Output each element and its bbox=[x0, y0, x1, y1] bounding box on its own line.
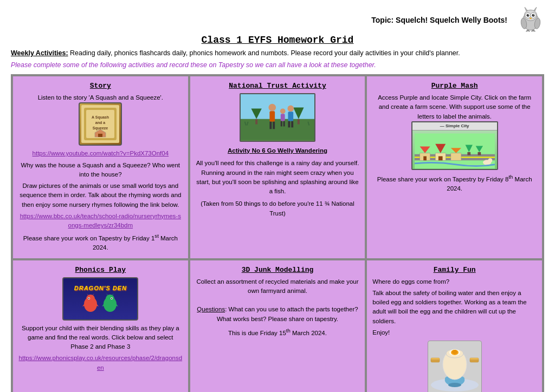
svg-rect-41 bbox=[288, 112, 293, 121]
svg-rect-37 bbox=[281, 114, 285, 121]
homework-grid: Story Listen to the story 'A Squash and … bbox=[11, 74, 544, 392]
svg-marker-77 bbox=[112, 293, 114, 296]
weekly-activities-label: Weekly Activities: bbox=[11, 49, 68, 57]
svg-point-87 bbox=[452, 350, 457, 354]
ff-question: Where do eggs come from? bbox=[372, 277, 537, 286]
junk-modelling-title: 3D Junk Modelling bbox=[196, 266, 360, 274]
bbc-link[interactable]: https://www.bbc.co.uk/teach/school-radio… bbox=[18, 212, 183, 231]
owl-icon bbox=[517, 5, 544, 32]
weekly-activities: Weekly Activities: Reading daily, phonic… bbox=[11, 49, 544, 58]
svg-rect-38 bbox=[281, 121, 282, 127]
jm-questions: Questions: What can you use to attach th… bbox=[196, 305, 360, 324]
svg-rect-25 bbox=[98, 134, 102, 137]
nt-subtitle: Activity No 6 Go Welly Wandering bbox=[196, 146, 360, 155]
svg-point-73 bbox=[106, 295, 114, 303]
svg-rect-59 bbox=[467, 152, 470, 155]
ff-enjoy: Enjoy! bbox=[372, 328, 537, 337]
svg-rect-35 bbox=[273, 122, 275, 129]
pm-instructions: Access Purple and locate Simple City. Cl… bbox=[372, 93, 537, 121]
svg-point-40 bbox=[287, 106, 294, 112]
story-instructions: Draw pictures of the animals or use smal… bbox=[18, 181, 183, 210]
svg-rect-27 bbox=[241, 119, 314, 140]
svg-rect-42 bbox=[288, 121, 290, 128]
tapestry-note: Please complete some of the following ac… bbox=[11, 61, 544, 70]
pm-tapestry: Please share your work on Tapestry by Fr… bbox=[372, 173, 537, 193]
junk-modelling-cell: 3D Junk Modelling Collect an assortment … bbox=[189, 259, 366, 392]
dragons-den-image: DRAGON'S DEN bbox=[62, 277, 138, 321]
svg-rect-57 bbox=[450, 153, 461, 160]
svg-point-32 bbox=[268, 104, 276, 112]
svg-marker-76 bbox=[106, 293, 108, 296]
family-fun-title: Family Fun bbox=[372, 266, 537, 274]
svg-point-7 bbox=[532, 14, 535, 17]
svg-point-67 bbox=[88, 298, 89, 299]
svg-point-65 bbox=[86, 295, 95, 303]
red-dragon-icon bbox=[82, 293, 99, 313]
national-trust-body: Activity No 6 Go Welly Wandering All you… bbox=[196, 146, 360, 218]
nt-source: (Taken from 50 things to do before you'r… bbox=[196, 199, 360, 218]
nature-image bbox=[240, 93, 315, 142]
junk-modelling-body: Collect an assortment of recycled materi… bbox=[196, 277, 360, 338]
svg-marker-69 bbox=[92, 293, 94, 296]
pp-description: Support your child with their blending s… bbox=[18, 324, 183, 352]
egg-illustration bbox=[429, 342, 481, 392]
svg-point-82 bbox=[448, 383, 461, 387]
family-fun-cell: Family Fun Where do eggs come from? Talk… bbox=[366, 259, 543, 392]
family-fun-body: Where do eggs come from? Talk about the … bbox=[372, 277, 537, 392]
story-body: Listen to the story 'A Squash and a Sque… bbox=[18, 93, 183, 253]
phonics-play-title: Phonics Play bbox=[18, 266, 183, 274]
phonics-play-cell: Phonics Play DRAGON'S DEN bbox=[12, 259, 189, 392]
nature-illustration bbox=[241, 93, 314, 141]
dd-title: DRAGON'S DEN bbox=[74, 285, 127, 291]
ff-instructions: Talk about the safety of boiling water a… bbox=[372, 289, 537, 326]
phonics-play-body: Support your child with their blending s… bbox=[18, 324, 183, 373]
jm-instructions: Collect an assortment of recycled materi… bbox=[196, 277, 360, 296]
story-tapestry: Please share your work on Tapestry by Fr… bbox=[18, 232, 183, 252]
purple-mash-title: Purple Mash bbox=[372, 82, 537, 90]
svg-rect-52 bbox=[423, 156, 427, 160]
svg-rect-91 bbox=[470, 358, 479, 360]
simple-city-image: — Simple City bbox=[411, 121, 498, 170]
svg-point-63 bbox=[488, 158, 492, 162]
weekly-activities-text: Reading daily, phonics flashcards daily,… bbox=[68, 49, 460, 57]
svg-rect-29 bbox=[255, 119, 257, 125]
header-area: Topic: Squelch! Squelch Welly Boots! bbox=[11, 5, 544, 32]
green-dragon-icon bbox=[102, 293, 118, 313]
national-trust-title: National Trust Activity bbox=[196, 82, 360, 90]
simple-city-label: — Simple City bbox=[412, 122, 497, 130]
jm-due: This is due Friday 15th March 2024. bbox=[196, 327, 360, 338]
phonics-link[interactable]: https://www.phonicsplay.co.uk/resources/… bbox=[18, 354, 183, 373]
topic-title: Topic: Squelch! Squelch Welly Boots! bbox=[371, 16, 507, 24]
svg-marker-2 bbox=[525, 7, 527, 11]
svg-rect-55 bbox=[438, 156, 443, 160]
svg-text:and a: and a bbox=[95, 121, 105, 125]
egg-image bbox=[428, 341, 482, 392]
svg-rect-89 bbox=[431, 358, 440, 360]
svg-point-8 bbox=[528, 15, 529, 16]
story-title: Story bbox=[18, 82, 183, 90]
svg-rect-26 bbox=[241, 93, 314, 119]
purple-mash-body: Access Purple and locate Simple City. Cl… bbox=[372, 93, 537, 193]
city-scene bbox=[412, 130, 497, 170]
svg-rect-39 bbox=[283, 121, 285, 127]
story-cell: Story Listen to the story 'A Squash and … bbox=[12, 75, 189, 259]
purple-mash-cell: Purple Mash Access Purple and locate Sim… bbox=[366, 75, 543, 259]
page-title: Class 1 EYFS Homework Grid bbox=[11, 35, 544, 45]
svg-marker-68 bbox=[87, 293, 89, 296]
svg-text:A Squash: A Squash bbox=[92, 115, 109, 120]
national-trust-cell: National Trust Activity bbox=[189, 75, 366, 259]
svg-point-9 bbox=[533, 15, 534, 16]
svg-rect-34 bbox=[269, 122, 272, 129]
city-illustration bbox=[415, 133, 495, 169]
svg-marker-3 bbox=[534, 7, 537, 11]
svg-point-36 bbox=[280, 108, 286, 114]
dd-dragons bbox=[82, 293, 118, 313]
svg-rect-43 bbox=[291, 121, 293, 128]
story-intro: Listen to the story 'A Squash and a Sque… bbox=[18, 93, 183, 102]
svg-point-6 bbox=[527, 14, 530, 17]
nt-description: All you'll need for this challenge is a … bbox=[196, 159, 360, 196]
youtube-link[interactable]: https://www.youtube.com/watch?v=PkdX73On… bbox=[33, 150, 169, 156]
story-question: Why was the house a Squash and a Squeeze… bbox=[18, 161, 183, 180]
svg-point-75 bbox=[111, 298, 112, 299]
book-image: A Squash and a Squeeze bbox=[79, 102, 122, 146]
